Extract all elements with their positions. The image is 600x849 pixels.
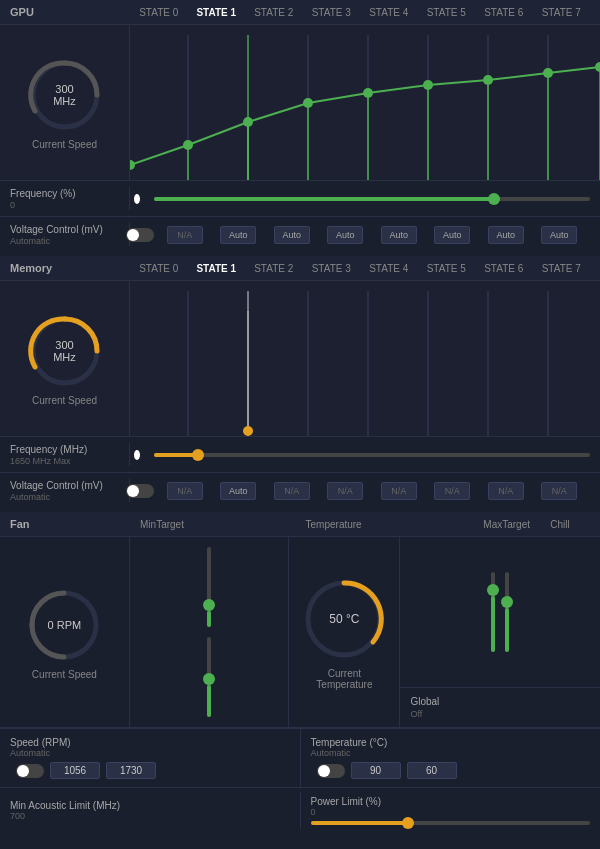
speed-sublabel: Automatic xyxy=(10,748,290,758)
fan-title: Fan xyxy=(10,518,140,530)
memory-gauge-value: 300 MHz xyxy=(45,339,85,363)
fan-max-thumb[interactable] xyxy=(487,584,499,596)
fan-max-track[interactable] xyxy=(491,572,495,652)
temp-cell: Temperature (°C) Automatic xyxy=(301,729,601,787)
mem-freq-dot[interactable] xyxy=(134,450,140,460)
power-track[interactable] xyxy=(311,821,591,825)
gpu-volt-btn-2[interactable]: Auto xyxy=(274,226,310,244)
gpu-volt-btn-6[interactable]: Auto xyxy=(488,226,524,244)
fan-temp-value: 50 °C xyxy=(329,612,359,626)
fan-target2-fill xyxy=(505,608,509,652)
fan-target-thumb[interactable] xyxy=(203,673,215,685)
memory-gauge-label: Current Speed xyxy=(32,395,97,406)
speed-target-input[interactable] xyxy=(106,762,156,779)
fan-header: Fan Min Target Temperature Max Target Ch… xyxy=(0,512,600,537)
svg-point-9 xyxy=(130,160,135,170)
mem-state-6: STATE 6 xyxy=(479,263,529,274)
power-fill xyxy=(311,821,409,825)
gpu-state-3: STATE 3 xyxy=(306,7,356,18)
gpu-chart-area: 300 MHz Current Speed xyxy=(0,25,600,180)
gpu-volt-label: Voltage Control (mV) xyxy=(10,223,119,236)
gpu-gauge-label: Current Speed xyxy=(32,139,97,150)
gpu-frequency-row: Frequency (%) 0 xyxy=(0,180,600,216)
gpu-state-1: STATE 1 xyxy=(191,7,241,18)
temp-sublabel: Automatic xyxy=(311,748,591,758)
power-thumb[interactable] xyxy=(402,817,414,829)
mem-volt-btn-2[interactable]: N/A xyxy=(274,482,310,500)
mem-volt-btn-0[interactable]: N/A xyxy=(167,482,203,500)
acoustic-sublabel: 700 xyxy=(10,811,290,821)
fan-right-area: Global Off xyxy=(400,537,600,727)
mem-freq-track[interactable] xyxy=(154,453,590,457)
mem-freq-label: Frequency (MHz) xyxy=(10,443,119,456)
gpu-state-7: STATE 7 xyxy=(536,7,586,18)
speed-min-input[interactable] xyxy=(50,762,100,779)
fan-temp-header: Temperature xyxy=(284,519,384,530)
fan-right-sliders xyxy=(400,537,600,687)
mem-freq-thumb[interactable] xyxy=(192,449,204,461)
gpu-freq-dot[interactable] xyxy=(134,194,140,204)
svg-point-36 xyxy=(243,426,253,436)
fan-max-fill xyxy=(491,596,495,652)
fan-min-fill xyxy=(207,611,211,627)
fan-min-track[interactable] xyxy=(207,547,211,627)
gpu-volt-btn-3[interactable]: Auto xyxy=(327,226,363,244)
gpu-volt-label-area: Voltage Control (mV) Automatic xyxy=(0,223,130,246)
mem-freq-label-area: Frequency (MHz) 1650 MHz Max xyxy=(0,443,130,466)
mem-volt-toggle-knob xyxy=(127,485,139,497)
mem-volt-btn-3[interactable]: N/A xyxy=(327,482,363,500)
gpu-volt-buttons: N/AAutoAutoAutoAutoAutoAutoAuto xyxy=(154,226,590,244)
gpu-volt-btn-4[interactable]: Auto xyxy=(381,226,417,244)
gpu-section-header: GPU STATE 0STATE 1STATE 2STATE 3STATE 4S… xyxy=(0,0,600,25)
power-label: Power Limit (%) xyxy=(311,796,591,807)
gpu-title: GPU xyxy=(10,6,130,18)
fan-target2-track[interactable] xyxy=(505,572,509,652)
mem-volt-btn-1[interactable]: Auto xyxy=(220,482,256,500)
temp-toggle-knob xyxy=(318,765,330,777)
mem-volt-buttons: N/AAutoN/AN/AN/AN/AN/AN/A xyxy=(154,482,590,500)
fan-target2-thumb[interactable] xyxy=(501,596,513,608)
gpu-volt-toggle[interactable] xyxy=(126,228,154,242)
mem-volt-btn-5[interactable]: N/A xyxy=(434,482,470,500)
mem-state-5: STATE 5 xyxy=(421,263,471,274)
gpu-state-headers: STATE 0STATE 1STATE 2STATE 3STATE 4STATE… xyxy=(130,7,590,18)
mem-volt-toggle[interactable] xyxy=(126,484,154,498)
memory-voltage-row: Voltage Control (mV) Automatic N/AAutoN/… xyxy=(0,472,600,508)
gpu-volt-btn-7[interactable]: Auto xyxy=(541,226,577,244)
speed-cell: Speed (RPM) Automatic xyxy=(0,729,301,787)
fan-min-thumb[interactable] xyxy=(203,599,215,611)
mem-freq-sublabel: 1650 MHz Max xyxy=(10,456,119,466)
temp-max-input[interactable] xyxy=(351,762,401,779)
fan-min-header: Min xyxy=(140,519,156,530)
speed-temp-row: Speed (RPM) Automatic Temperature (°C) A… xyxy=(0,728,600,787)
gpu-gauge: 300 MHz xyxy=(25,55,105,135)
mem-volt-btn-7[interactable]: N/A xyxy=(541,482,577,500)
memory-chart-svg xyxy=(130,281,600,436)
mem-state-7: STATE 7 xyxy=(536,263,586,274)
temp-toggle[interactable] xyxy=(317,764,345,778)
gpu-volt-btn-5[interactable]: Auto xyxy=(434,226,470,244)
gpu-freq-track[interactable] xyxy=(154,197,590,201)
fan-max-header: Max xyxy=(483,519,502,530)
acoustic-power-row: Min Acoustic Limit (MHz) 700 Power Limit… xyxy=(0,787,600,833)
power-sublabel: 0 xyxy=(311,807,591,817)
mem-state-3: STATE 3 xyxy=(306,263,356,274)
gpu-freq-label-area: Frequency (%) 0 xyxy=(0,187,130,210)
mem-volt-btn-4[interactable]: N/A xyxy=(381,482,417,500)
fan-gauge: 0 RPM xyxy=(24,585,104,665)
memory-title: Memory xyxy=(10,262,130,274)
mem-volt-sublabel: Automatic xyxy=(10,492,119,502)
fan-target2-header: Target xyxy=(502,519,530,530)
gpu-freq-thumb[interactable] xyxy=(488,193,500,205)
temp-target-input[interactable] xyxy=(407,762,457,779)
gpu-volt-btn-0[interactable]: N/A xyxy=(167,226,203,244)
gpu-volt-btn-1[interactable]: Auto xyxy=(220,226,256,244)
gpu-state-0: STATE 0 xyxy=(134,7,184,18)
memory-state-headers: STATE 0STATE 1STATE 2STATE 3STATE 4STATE… xyxy=(130,263,590,274)
fan-target-track[interactable] xyxy=(207,637,211,717)
mem-volt-btn-6[interactable]: N/A xyxy=(488,482,524,500)
gpu-volt-toggle-knob xyxy=(127,229,139,241)
speed-toggle[interactable] xyxy=(16,764,44,778)
temp-label: Temperature (°C) xyxy=(311,737,591,748)
fan-sliders-area xyxy=(130,537,290,727)
